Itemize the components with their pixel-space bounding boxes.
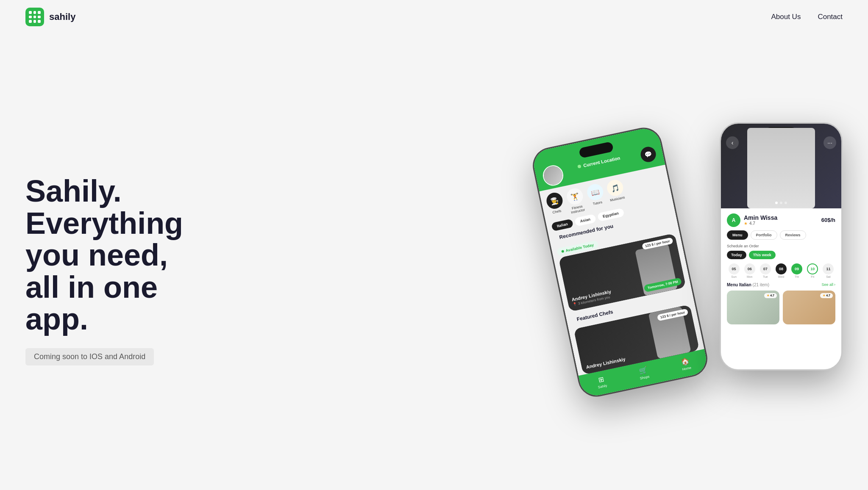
day-10[interactable]: 10 Fri	[806, 263, 820, 278]
phone-2-shell: ‹ ··· A	[720, 122, 843, 371]
filter-egyptian[interactable]: Egyptian	[597, 208, 624, 221]
brand-name: sahily	[49, 11, 75, 22]
hero-title: Sahily. Everything you need, all in one …	[25, 175, 183, 335]
p2-schedule-label: Schedule an Order	[727, 244, 835, 248]
sahily-nav-icon: ⊞	[598, 375, 605, 384]
hero-section: Sahily. Everything you need, all in one …	[0, 34, 868, 490]
p2-menu-title: Menu Italian (21 item)	[727, 282, 769, 287]
p2-chef-name: Amin Wissa ★ 4.7	[744, 214, 777, 226]
p2-rating: ★ 4.7	[744, 221, 777, 226]
phone-1-shell: Current Location 💬 👨‍🍳 Chefs 🏋️ Fitness …	[529, 124, 711, 400]
logo[interactable]: sahily	[25, 8, 75, 26]
carousel-dot-3	[785, 202, 787, 204]
btn-today[interactable]: Today	[727, 251, 746, 259]
day-11[interactable]: 11 Sat	[821, 263, 835, 278]
phone-2-screen: ‹ ··· A	[721, 124, 841, 369]
p1-cat-fitness[interactable]: 🏋️ Fitness Instructor	[565, 187, 587, 215]
food-card-1[interactable]: ★ 4.7	[727, 291, 779, 324]
p2-back-button[interactable]: ‹	[726, 136, 739, 149]
tab-menu[interactable]: Menu	[727, 230, 748, 240]
p1-nav-sahily[interactable]: ⊞ Sahily	[596, 374, 608, 389]
day-06[interactable]: 06 Mon	[743, 263, 757, 278]
phone-1: Current Location 💬 👨‍🍳 Chefs 🏋️ Fitness …	[529, 124, 711, 400]
tab-reviews[interactable]: Reviews	[780, 230, 806, 240]
logo-icon	[25, 8, 44, 26]
p1-avatar	[541, 163, 565, 187]
star-icon: ★	[744, 221, 748, 226]
food-card-2[interactable]: ★ 4.7	[783, 291, 835, 324]
p2-profile-section: A Amin Wissa ★ 4.7 60$/h	[721, 208, 841, 329]
fitness-icon: 🏋️	[565, 187, 584, 206]
phone-2: ‹ ··· A	[720, 122, 843, 371]
food-star-1: ★	[767, 294, 769, 297]
navbar: sahily About Us Contact	[0, 0, 868, 34]
p1-nav-shops[interactable]: 🛒 Shops	[638, 365, 650, 380]
p2-chef-avatar: A	[727, 213, 740, 227]
btn-this-week[interactable]: This week	[749, 251, 776, 259]
p1-cat-chef[interactable]: 👨‍🍳 Chefs	[545, 191, 566, 219]
coming-soon-badge: Coming soon to IOS and Android	[25, 348, 154, 365]
phone-1-screen: Current Location 💬 👨‍🍳 Chefs 🏋️ Fitness …	[531, 125, 709, 398]
carousel-dot-2	[780, 202, 782, 204]
p2-menu-header: Menu Italian (21 item) See all ›	[727, 282, 835, 287]
food-star-2: ★	[823, 294, 825, 297]
musicians-icon: 🎵	[606, 178, 625, 197]
day-05[interactable]: 05 Sun	[727, 263, 741, 278]
nav-menu: About Us Contact	[771, 13, 843, 21]
day-09[interactable]: 09 Thr	[790, 263, 804, 278]
tutors-icon: 📖	[586, 183, 605, 202]
p2-calendar: 05 Sun 06 Mon 07 Tue	[727, 263, 835, 278]
hero-copy: Sahily. Everything you need, all in one …	[25, 175, 183, 365]
day-07[interactable]: 07 Tue	[758, 263, 772, 278]
nav-contact[interactable]: Contact	[818, 13, 843, 21]
filter-asian[interactable]: Asian	[574, 214, 596, 227]
p2-tabs: Menu Portfolio Reviews	[727, 230, 835, 240]
p1-cat-tutors[interactable]: 📖 Tutors	[586, 183, 606, 210]
p1-notch	[579, 141, 614, 158]
food-rating-1: ★ 4.7	[764, 293, 777, 298]
p2-food-cards: ★ 4.7 ★ 4.7	[727, 291, 835, 324]
filter-italian[interactable]: Italian	[551, 219, 573, 231]
chef-icon: 👨‍🍳	[545, 191, 564, 210]
shops-nav-icon: 🛒	[638, 365, 648, 375]
location-dot	[577, 164, 581, 168]
nav-about[interactable]: About Us	[771, 13, 801, 21]
food-rating-2: ★ 4.7	[820, 293, 833, 298]
p2-more-button[interactable]: ···	[823, 136, 836, 149]
p2-schedule-btns: Today This week	[727, 251, 835, 259]
chevron-right-icon: ›	[834, 282, 835, 287]
p2-name-row: A Amin Wissa ★ 4.7	[727, 213, 777, 227]
p2-photo-area: ‹ ···	[721, 124, 841, 208]
p2-chef-photo	[747, 128, 815, 208]
p2-profile-top: A Amin Wissa ★ 4.7 60$/h	[727, 213, 835, 227]
see-all-link[interactable]: See all ›	[821, 282, 835, 287]
tab-portfolio[interactable]: Portfolio	[751, 230, 777, 240]
p1-chef-info: Andrey Lishinskiy 📍 3 kilometers from yo…	[571, 289, 612, 307]
home-nav-icon: 🏠	[680, 357, 690, 366]
p1-cat-musicians[interactable]: 🎵 Musicians	[606, 178, 626, 206]
p2-price: 60$/h	[821, 217, 835, 223]
day-08[interactable]: 08 Wed	[774, 263, 788, 278]
p2-carousel-dots	[775, 202, 787, 204]
p1-nav-home[interactable]: 🏠 Home	[680, 357, 691, 371]
phones-mockup: Current Location 💬 👨‍🍳 Chefs 🏋️ Fitness …	[554, 122, 843, 419]
carousel-dot-1	[775, 202, 778, 204]
